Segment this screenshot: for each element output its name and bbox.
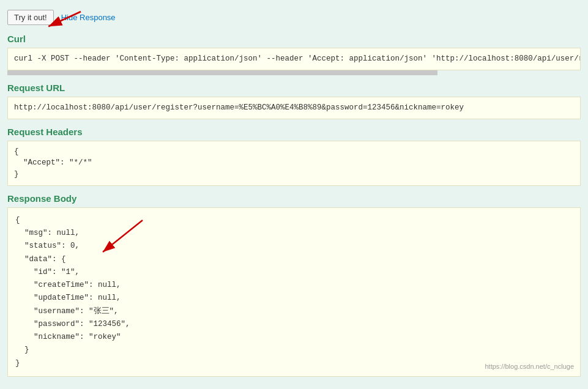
request-url-section: Request URL http://localhost:8080/api/us… <box>0 80 588 124</box>
request-url-title: Request URL <box>7 83 581 93</box>
hide-response-link[interactable]: Hide Response <box>61 13 116 22</box>
watermark: https://blog.csdn.net/c_ncluge <box>485 361 574 372</box>
annotation-arrow-2 <box>81 214 155 263</box>
curl-scrollbar[interactable] <box>7 70 437 75</box>
curl-section: Curl curl -X POST --header 'Content-Type… <box>0 31 588 80</box>
request-headers-section: Request Headers { "Accept": "*/*" } <box>0 124 588 191</box>
response-body-title: Response Body <box>7 193 581 204</box>
response-body-section: Response Body { "msg": null, "status": 0… <box>0 191 588 382</box>
curl-code-block: curl -X POST --header 'Content-Type: app… <box>7 48 581 70</box>
try-it-button[interactable]: Try it out! <box>7 10 54 25</box>
svg-line-3 <box>103 220 143 252</box>
response-body-block: { "msg": null, "status": 0, "data": { "i… <box>7 207 581 377</box>
top-bar: Try it out! Hide Response <box>0 6 588 31</box>
request-headers-title: Request Headers <box>7 127 581 137</box>
request-headers-block: { "Accept": "*/*" } <box>7 141 581 186</box>
request-url-block: http://localhost:8080/api/user/register?… <box>7 97 581 119</box>
curl-title: Curl <box>7 34 581 44</box>
